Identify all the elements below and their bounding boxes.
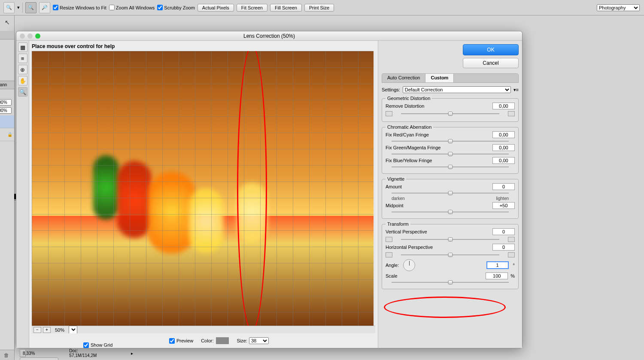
dialog-tabs: Auto Correction Custom (382, 73, 519, 83)
green-magenta-slider[interactable] (448, 152, 453, 156)
cancel-button[interactable]: Cancel (463, 58, 519, 68)
fit-screen-button[interactable]: Fit Screen (237, 4, 267, 12)
status-arrow-icon[interactable]: ▸ (131, 351, 133, 356)
barrel-icon (386, 111, 392, 116)
print-size-button[interactable]: Print Size (304, 4, 334, 12)
layer-list: 👁 Background copy 👁 Background 🔒 (0, 115, 14, 350)
vignette-midpoint-input[interactable] (492, 202, 515, 209)
zoom-all-checkbox[interactable]: Zoom All Windows (109, 5, 155, 10)
dialog-right-panel: OK Cancel Auto Correction Custom Setting… (378, 41, 522, 348)
move-tool-icon[interactable]: ↖ (2, 18, 12, 27)
dropdown-arrow-icon[interactable]: ▾ (17, 5, 20, 10)
horizontal-perspective-slider[interactable] (448, 253, 453, 257)
size-label: Size: (237, 338, 247, 343)
tab-auto-correction[interactable]: Auto Correction (382, 74, 425, 82)
dialog-tools: ▦ ≡ ⊕ ✋ 🔍 (16, 41, 29, 348)
status-doc: Doc: 57,1M/114,2M (69, 348, 97, 358)
remove-distortion-input[interactable] (492, 103, 515, 109)
pincushion-icon (508, 111, 515, 116)
vpersp-right-icon (508, 237, 515, 242)
grid-color-swatch[interactable] (216, 337, 229, 344)
layer-row[interactable]: 👁 Background copy (0, 115, 14, 128)
help-text: Place mouse over control for help (32, 43, 375, 51)
ok-button[interactable]: OK (463, 44, 519, 55)
zoom-out-small-icon[interactable]: − (33, 327, 41, 333)
vignette-midpoint-slider[interactable] (448, 210, 453, 214)
dialog-title: Lens Correction (50%) (16, 33, 522, 39)
scale-slider[interactable] (448, 280, 453, 284)
green-magenta-input[interactable] (492, 144, 515, 151)
geometric-distortion-group: Geometric Distortion Remove Distortion (382, 98, 519, 122)
dialog-bottom-row: Preview Color: Show Grid Size: 38 (32, 333, 375, 348)
lock-icon: 🔒 (7, 132, 12, 137)
remove-distortion-slider[interactable] (448, 112, 453, 116)
resize-windows-checkbox[interactable]: Resize Windows to Fit (53, 5, 106, 10)
hand-dialog-tool-icon[interactable]: ✋ (18, 76, 27, 85)
hpersp-left-icon (386, 252, 392, 257)
options-bar: 🔍 ▾ 🔍 🔎 Resize Windows to Fit Zoom All W… (0, 0, 644, 15)
vignette-amount-input[interactable] (492, 183, 515, 190)
zoom-in-small-icon[interactable]: + (43, 327, 51, 333)
actual-pixels-button[interactable]: Actual Pixels (197, 4, 234, 12)
fill-screen-button[interactable]: Fill Screen (270, 4, 302, 12)
canvas-status-bar: − + 50% (32, 326, 375, 333)
adjustments-panel: Add an adjustment ☀ 📊 ⎋ ▤ ▽ ▦ ⚖ ◧ ◈ ⊕ ▦ … (0, 39, 14, 81)
zoom-in-icon[interactable]: 🔍 (25, 2, 36, 13)
vertical-perspective-slider[interactable] (448, 237, 453, 242)
zoom-select[interactable] (69, 326, 77, 333)
tab-chann[interactable]: Chann (0, 81, 9, 89)
angle-dial[interactable] (403, 259, 415, 271)
right-panels: Histogram Adjustments Add an adjustment … (0, 31, 14, 360)
straighten-tool-icon[interactable]: ≡ (18, 54, 27, 63)
lens-correction-dialog: Lens Correction (50%) ▦ ≡ ⊕ ✋ 🔍 Place mo… (16, 31, 522, 348)
fill-input[interactable] (0, 107, 12, 114)
trash-icon[interactable]: 🗑 (4, 352, 9, 358)
distort-tool-icon[interactable]: ▦ (18, 42, 27, 52)
lookup-icon[interactable]: ▦ (0, 59, 1, 67)
vpersp-left-icon (386, 237, 392, 242)
vertical-perspective-input[interactable] (492, 228, 515, 235)
left-toolbar: ↖ ▭ ◉ ✧ ✂ 💧 ✚ 🖌 ⊟ ↻ ◧ ◐ 💧 ◯ ✎ T ↗ ◯ ✋ 🔍 … (0, 15, 15, 360)
chromatic-aberration-group: Chromatic Aberration Fix Red/Cyan Fringe… (382, 127, 519, 174)
angle-label: Angle: (386, 263, 399, 268)
opacity-input[interactable] (0, 99, 12, 106)
red-cyan-input[interactable] (492, 131, 515, 138)
settings-label: Settings: (382, 87, 400, 92)
color-label: Color: (201, 338, 213, 343)
mini-bridge-tab[interactable]: Mini Bridge (20, 357, 58, 360)
vignette-group: Vignette Amount darkenlighten Midpoint (382, 179, 519, 219)
move-grid-tool-icon[interactable]: ⊕ (18, 65, 27, 74)
settings-menu-icon[interactable]: ▾≡ (513, 87, 519, 93)
workspace-select[interactable]: Photography (597, 4, 640, 11)
layer-row[interactable]: 👁 Background 🔒 (0, 128, 14, 141)
settings-select[interactable]: Default Correction (403, 86, 511, 93)
blue-yellow-slider[interactable] (448, 165, 453, 169)
zoom-dialog-tool-icon[interactable]: 🔍 (18, 87, 27, 97)
blue-yellow-input[interactable] (492, 157, 515, 164)
remove-distortion-label: Remove Distortion (386, 103, 490, 109)
hpersp-right-icon (508, 252, 515, 257)
tab-custom[interactable]: Custom (425, 74, 454, 82)
scale-input[interactable] (486, 272, 508, 279)
angle-input[interactable] (486, 261, 509, 269)
zoom-out-icon[interactable]: 🔎 (39, 2, 50, 13)
layer-footer: �ồlink fx. ◐ ◑ ▭ ◫ 🗑 (0, 350, 14, 360)
scrubby-zoom-checkbox[interactable]: Scrubby Zoom (157, 5, 195, 10)
red-cyan-slider[interactable] (448, 139, 453, 143)
grid-size-select[interactable]: 38 (249, 337, 269, 344)
zoom-tool-icon[interactable]: 🔍 (3, 2, 15, 13)
vignette-amount-slider[interactable] (448, 191, 453, 195)
transform-group: Transform Vertical Perspective Horizonta… (382, 224, 519, 289)
preview-checkbox[interactable]: Preview (169, 338, 193, 344)
show-grid-checkbox[interactable]: Show Grid (83, 342, 112, 348)
horizontal-perspective-input[interactable] (492, 244, 515, 251)
app-status-bar: 8,33% Doc: 57,1M/114,2M ▸ (20, 349, 26, 357)
preview-canvas[interactable]: − + 50% (32, 51, 375, 333)
zoom-level: 50% (52, 327, 67, 333)
dialog-titlebar[interactable]: Lens Correction (50%) (16, 31, 522, 41)
status-zoom: 8,33% (23, 351, 35, 356)
